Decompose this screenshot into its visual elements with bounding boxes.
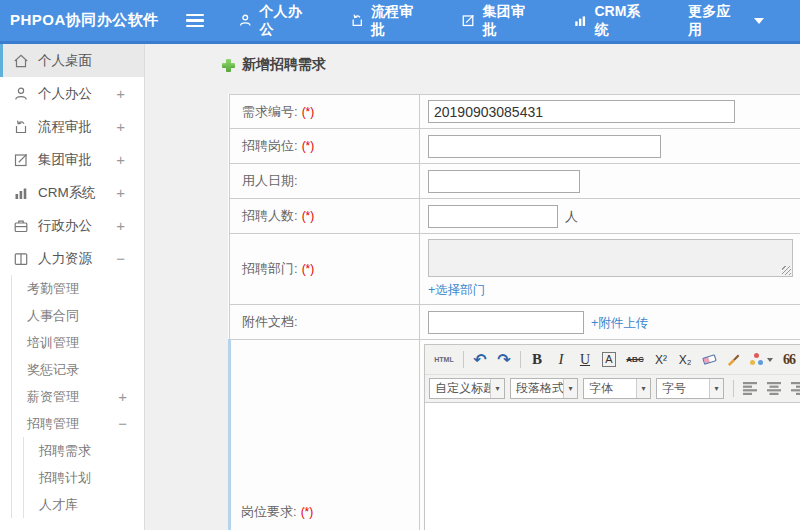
sidebar-item-personal-office[interactable]: 个人办公 + bbox=[0, 77, 144, 110]
sidebar-item-label: 培训管理 bbox=[27, 334, 79, 352]
editor-toolbar-row2: 自定义标题 ▾ 段落格式 ▾ 字体 ▾ 字号 ▾ bbox=[425, 375, 800, 403]
italic-button[interactable]: I bbox=[550, 349, 572, 371]
topnav-item-more-apps[interactable]: 更多应用 bbox=[688, 3, 764, 39]
topnav-label: CRM系统 bbox=[594, 3, 652, 39]
recruit-position-input[interactable] bbox=[428, 135, 661, 158]
sidebar-item-label: CRM系统 bbox=[38, 184, 96, 202]
strikethrough-button[interactable]: ABC bbox=[622, 349, 648, 371]
required-marker: (*) bbox=[302, 105, 315, 119]
topnav-label: 个人办公 bbox=[259, 3, 313, 39]
undo-button[interactable]: ↶ bbox=[469, 349, 491, 371]
format-painter-button[interactable] bbox=[722, 349, 744, 371]
sidebar: 个人桌面 个人办公 + 流程审批 + 集团审批 + CRM系统 + 行政办公 +… bbox=[0, 44, 145, 530]
sidebar-item-personnel-contract[interactable]: 人事合同 bbox=[12, 302, 144, 329]
topnav-item-personal-office[interactable]: 个人办公 bbox=[238, 3, 314, 39]
expand-icon[interactable]: + bbox=[116, 118, 125, 135]
demand-number-input[interactable] bbox=[428, 100, 735, 123]
table-row: 招聘岗位:(*) bbox=[230, 129, 800, 164]
custom-heading-select[interactable]: 自定义标题 ▾ bbox=[429, 378, 505, 399]
html-source-button[interactable]: HTML bbox=[430, 349, 458, 371]
align-center-button[interactable] bbox=[763, 378, 785, 400]
underline-button[interactable]: U bbox=[574, 349, 596, 371]
superscript-button[interactable]: X² bbox=[650, 349, 672, 371]
edit-icon bbox=[461, 13, 476, 28]
required-marker: (*) bbox=[302, 262, 315, 276]
topnav-item-workflow-approval[interactable]: 流程审批 bbox=[350, 3, 426, 39]
blockquote-button[interactable]: 66 bbox=[778, 349, 800, 371]
home-icon bbox=[13, 53, 29, 69]
employment-date-input[interactable] bbox=[428, 170, 580, 193]
select-department-link[interactable]: +选择部门 bbox=[428, 282, 485, 299]
table-row: 用人日期: bbox=[230, 164, 800, 199]
font-family-select[interactable]: 字体 ▾ bbox=[583, 378, 651, 399]
align-right-button[interactable] bbox=[787, 378, 800, 400]
resize-handle[interactable] bbox=[782, 266, 791, 275]
sidebar-item-label: 集团审批 bbox=[38, 151, 92, 169]
required-marker: (*) bbox=[302, 139, 315, 153]
attachment-upload-link[interactable]: +附件上传 bbox=[591, 316, 648, 330]
expand-icon[interactable]: + bbox=[118, 388, 127, 405]
sidebar-item-label: 奖惩记录 bbox=[27, 361, 79, 379]
caret-down-icon: ▾ bbox=[636, 379, 650, 398]
sidebar-item-workflow-approval[interactable]: 流程审批 + bbox=[0, 110, 144, 143]
subscript-button[interactable]: X₂ bbox=[674, 349, 696, 371]
toolbar-separator bbox=[463, 351, 464, 368]
toolbar-separator bbox=[520, 351, 521, 368]
hamburger-menu-icon[interactable] bbox=[186, 14, 204, 27]
align-left-icon bbox=[743, 382, 758, 395]
caret-down-icon: ▾ bbox=[490, 379, 504, 398]
field-label: 用人日期: bbox=[242, 173, 298, 188]
sidebar-item-crm-system[interactable]: CRM系统 + bbox=[0, 176, 144, 209]
sidebar-item-recruit-plan[interactable]: 招聘计划 bbox=[24, 464, 144, 491]
sidebar-item-salary-mgmt[interactable]: 薪资管理 + bbox=[12, 383, 144, 410]
page-title: 新增招聘需求 bbox=[222, 55, 800, 75]
sidebar-item-talent-pool[interactable]: 人才库 bbox=[24, 491, 144, 518]
main-content: 新增招聘需求 需求编号:(*) 招聘岗位:(*) 用人日期: 招聘人数:(*) … bbox=[146, 44, 800, 530]
editor-toolbar-row1: HTML ↶ ↷ B I U A ABC X² X₂ bbox=[425, 345, 800, 375]
redo-button[interactable]: ↷ bbox=[493, 349, 515, 371]
sidebar-item-personal-desktop[interactable]: 个人桌面 bbox=[0, 44, 144, 77]
recruit-count-input[interactable] bbox=[428, 205, 558, 228]
color-picker-button[interactable] bbox=[746, 349, 776, 371]
attachment-input[interactable] bbox=[428, 311, 584, 334]
collapse-icon[interactable]: − bbox=[116, 250, 125, 267]
sidebar-item-human-resources[interactable]: 人力资源 − bbox=[0, 242, 144, 275]
sidebar-item-admin-office[interactable]: 行政办公 + bbox=[0, 209, 144, 242]
table-row: 需求编号:(*) bbox=[230, 95, 800, 129]
required-marker: (*) bbox=[302, 209, 315, 223]
bold-button[interactable]: B bbox=[526, 349, 548, 371]
bar-chart-icon bbox=[13, 185, 29, 201]
table-row: 招聘部门:(*) +选择部门 bbox=[230, 234, 800, 305]
collapse-icon[interactable]: − bbox=[118, 415, 127, 432]
char-border-button[interactable]: A bbox=[598, 349, 620, 371]
expand-icon[interactable]: + bbox=[116, 151, 125, 168]
rich-text-editor: HTML ↶ ↷ B I U A ABC X² X₂ bbox=[424, 344, 800, 530]
field-label: 附件文档: bbox=[242, 314, 298, 329]
expand-icon[interactable]: + bbox=[116, 184, 125, 201]
expand-icon[interactable]: + bbox=[116, 85, 125, 102]
sidebar-item-group-approval[interactable]: 集团审批 + bbox=[0, 143, 144, 176]
sidebar-item-attendance-mgmt[interactable]: 考勤管理 bbox=[12, 275, 144, 302]
sidebar-item-reward-punishment[interactable]: 奖惩记录 bbox=[12, 356, 144, 383]
sidebar-submenu-hr: 考勤管理 人事合同 培训管理 奖惩记录 薪资管理 + 招聘管理 − 招聘需求 招… bbox=[11, 275, 144, 518]
sidebar-item-recruit-mgmt[interactable]: 招聘管理 − bbox=[12, 410, 144, 437]
font-size-select[interactable]: 字号 ▾ bbox=[656, 378, 724, 399]
topnav-item-group-approval[interactable]: 集团审批 bbox=[461, 3, 537, 39]
remove-format-button[interactable] bbox=[698, 349, 720, 371]
recruit-department-textarea[interactable] bbox=[428, 239, 793, 277]
sidebar-item-label: 薪资管理 bbox=[27, 388, 79, 406]
expand-icon[interactable]: + bbox=[116, 217, 125, 234]
table-row: 附件文档: +附件上传 bbox=[230, 305, 800, 340]
field-label: 招聘部门: bbox=[242, 261, 298, 276]
align-left-button[interactable] bbox=[739, 378, 761, 400]
sidebar-item-recruit-demand[interactable]: 招聘需求 bbox=[24, 437, 144, 464]
paragraph-format-select[interactable]: 段落格式 ▾ bbox=[510, 378, 578, 399]
add-icon bbox=[222, 59, 235, 72]
caret-down-icon: ▾ bbox=[709, 379, 723, 398]
topnav-item-crm-system[interactable]: CRM系统 bbox=[573, 3, 652, 39]
bar-chart-icon bbox=[573, 13, 588, 28]
caret-down-icon bbox=[754, 18, 764, 24]
editor-content-area[interactable] bbox=[425, 403, 800, 530]
topnav-label: 更多应用 bbox=[688, 3, 742, 39]
sidebar-item-training-mgmt[interactable]: 培训管理 bbox=[12, 329, 144, 356]
